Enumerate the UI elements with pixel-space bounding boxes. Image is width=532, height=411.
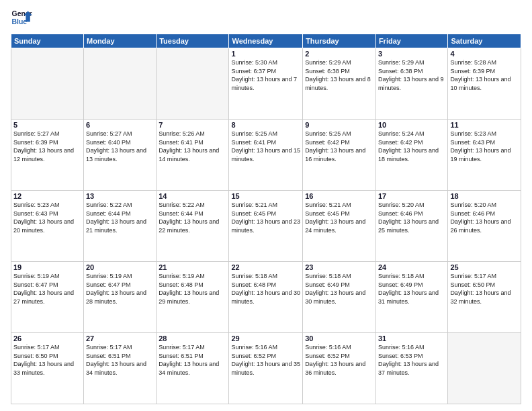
calendar-cell: 13Sunrise: 5:22 AMSunset: 6:44 PMDayligh… <box>84 191 157 262</box>
day-info: Sunrise: 5:17 AMSunset: 6:50 PMDaylight:… <box>13 343 81 377</box>
calendar-cell: 1Sunrise: 5:30 AMSunset: 6:37 PMDaylight… <box>229 48 303 120</box>
calendar-cell: 7Sunrise: 5:26 AMSunset: 6:41 PMDaylight… <box>157 120 229 191</box>
calendar: SundayMondayTuesdayWednesdayThursdayFrid… <box>11 34 521 404</box>
day-number: 16 <box>305 192 373 200</box>
day-info: Sunrise: 5:27 AMSunset: 6:39 PMDaylight:… <box>13 130 81 163</box>
weekday-header-tuesday: Tuesday <box>157 34 229 48</box>
day-info: Sunrise: 5:24 AMSunset: 6:42 PMDaylight:… <box>378 130 445 163</box>
calendar-cell: 25Sunrise: 5:17 AMSunset: 6:50 PMDayligh… <box>448 262 521 333</box>
day-info: Sunrise: 5:22 AMSunset: 6:44 PMDaylight:… <box>159 201 226 234</box>
calendar-cell <box>84 48 157 120</box>
day-number: 31 <box>378 334 445 342</box>
day-number: 1 <box>231 50 300 58</box>
day-number: 19 <box>13 263 81 271</box>
calendar-cell: 30Sunrise: 5:16 AMSunset: 6:52 PMDayligh… <box>303 333 376 404</box>
day-info: Sunrise: 5:19 AMSunset: 6:47 PMDaylight:… <box>86 272 154 306</box>
day-number: 2 <box>305 50 373 58</box>
day-number: 5 <box>13 121 81 129</box>
svg-text:Blue: Blue <box>12 18 28 26</box>
calendar-cell: 15Sunrise: 5:21 AMSunset: 6:45 PMDayligh… <box>229 191 303 262</box>
day-number: 15 <box>231 192 300 200</box>
calendar-body: 1Sunrise: 5:30 AMSunset: 6:37 PMDaylight… <box>11 48 521 404</box>
day-info: Sunrise: 5:17 AMSunset: 6:50 PMDaylight:… <box>450 272 519 306</box>
day-info: Sunrise: 5:29 AMSunset: 6:38 PMDaylight:… <box>378 58 445 92</box>
page: General Blue SundayMondayTuesdayWednesda… <box>0 0 532 411</box>
day-number: 17 <box>378 192 445 200</box>
calendar-cell <box>448 333 521 404</box>
day-info: Sunrise: 5:20 AMSunset: 6:46 PMDaylight:… <box>450 201 519 234</box>
day-info: Sunrise: 5:30 AMSunset: 6:37 PMDaylight:… <box>231 58 300 92</box>
day-number: 26 <box>13 334 81 342</box>
day-info: Sunrise: 5:27 AMSunset: 6:40 PMDaylight:… <box>86 130 154 163</box>
calendar-cell: 24Sunrise: 5:18 AMSunset: 6:49 PMDayligh… <box>375 262 447 333</box>
weekday-header-sunday: Sunday <box>11 34 84 48</box>
calendar-cell: 2Sunrise: 5:29 AMSunset: 6:38 PMDaylight… <box>303 48 376 120</box>
calendar-cell: 21Sunrise: 5:19 AMSunset: 6:48 PMDayligh… <box>157 262 229 333</box>
calendar-cell: 18Sunrise: 5:20 AMSunset: 6:46 PMDayligh… <box>448 191 521 262</box>
day-info: Sunrise: 5:18 AMSunset: 6:48 PMDaylight:… <box>231 272 300 306</box>
week-row-3: 19Sunrise: 5:19 AMSunset: 6:47 PMDayligh… <box>11 262 521 333</box>
calendar-cell: 26Sunrise: 5:17 AMSunset: 6:50 PMDayligh… <box>11 333 84 404</box>
day-number: 18 <box>450 192 519 200</box>
day-number: 10 <box>378 121 445 129</box>
calendar-cell: 28Sunrise: 5:17 AMSunset: 6:51 PMDayligh… <box>157 333 229 404</box>
calendar-cell: 29Sunrise: 5:16 AMSunset: 6:52 PMDayligh… <box>229 333 303 404</box>
calendar-cell: 8Sunrise: 5:25 AMSunset: 6:41 PMDaylight… <box>229 120 303 191</box>
calendar-cell: 11Sunrise: 5:23 AMSunset: 6:43 PMDayligh… <box>448 120 521 191</box>
day-info: Sunrise: 5:20 AMSunset: 6:46 PMDaylight:… <box>378 201 445 234</box>
weekday-header-friday: Friday <box>375 34 447 48</box>
day-info: Sunrise: 5:18 AMSunset: 6:49 PMDaylight:… <box>305 272 373 306</box>
day-info: Sunrise: 5:17 AMSunset: 6:51 PMDaylight:… <box>159 343 226 377</box>
calendar-cell: 27Sunrise: 5:17 AMSunset: 6:51 PMDayligh… <box>84 333 157 404</box>
day-number: 7 <box>159 121 226 129</box>
day-number: 21 <box>159 263 226 271</box>
day-number: 24 <box>378 263 445 271</box>
day-info: Sunrise: 5:29 AMSunset: 6:38 PMDaylight:… <box>305 58 373 92</box>
day-number: 13 <box>86 192 154 200</box>
calendar-cell: 19Sunrise: 5:19 AMSunset: 6:47 PMDayligh… <box>11 262 84 333</box>
calendar-cell: 5Sunrise: 5:27 AMSunset: 6:39 PMDaylight… <box>11 120 84 191</box>
weekday-header-row: SundayMondayTuesdayWednesdayThursdayFrid… <box>11 34 521 48</box>
day-number: 14 <box>159 192 226 200</box>
logo: General Blue <box>11 7 32 28</box>
weekday-header-saturday: Saturday <box>448 34 521 48</box>
day-number: 20 <box>86 263 154 271</box>
week-row-1: 5Sunrise: 5:27 AMSunset: 6:39 PMDaylight… <box>11 120 521 191</box>
day-number: 8 <box>231 121 300 129</box>
calendar-cell: 10Sunrise: 5:24 AMSunset: 6:42 PMDayligh… <box>375 120 447 191</box>
calendar-cell: 23Sunrise: 5:18 AMSunset: 6:49 PMDayligh… <box>303 262 376 333</box>
day-info: Sunrise: 5:17 AMSunset: 6:51 PMDaylight:… <box>86 343 154 377</box>
day-number: 23 <box>305 263 373 271</box>
calendar-cell: 4Sunrise: 5:28 AMSunset: 6:39 PMDaylight… <box>448 48 521 120</box>
day-number: 27 <box>86 334 154 342</box>
day-info: Sunrise: 5:21 AMSunset: 6:45 PMDaylight:… <box>231 201 300 234</box>
calendar-cell: 6Sunrise: 5:27 AMSunset: 6:40 PMDaylight… <box>84 120 157 191</box>
calendar-cell: 20Sunrise: 5:19 AMSunset: 6:47 PMDayligh… <box>84 262 157 333</box>
day-info: Sunrise: 5:22 AMSunset: 6:44 PMDaylight:… <box>86 201 154 234</box>
day-number: 6 <box>86 121 154 129</box>
day-number: 9 <box>305 121 373 129</box>
header: General Blue <box>11 7 521 28</box>
day-info: Sunrise: 5:28 AMSunset: 6:39 PMDaylight:… <box>450 58 519 92</box>
week-row-0: 1Sunrise: 5:30 AMSunset: 6:37 PMDaylight… <box>11 48 521 120</box>
day-number: 11 <box>450 121 519 129</box>
day-number: 28 <box>159 334 226 342</box>
day-info: Sunrise: 5:19 AMSunset: 6:48 PMDaylight:… <box>159 272 226 306</box>
day-number: 4 <box>450 50 519 58</box>
day-number: 25 <box>450 263 519 271</box>
week-row-2: 12Sunrise: 5:23 AMSunset: 6:43 PMDayligh… <box>11 191 521 262</box>
weekday-header-wednesday: Wednesday <box>229 34 303 48</box>
day-info: Sunrise: 5:18 AMSunset: 6:49 PMDaylight:… <box>378 272 445 306</box>
calendar-cell: 14Sunrise: 5:22 AMSunset: 6:44 PMDayligh… <box>157 191 229 262</box>
calendar-cell: 16Sunrise: 5:21 AMSunset: 6:45 PMDayligh… <box>303 191 376 262</box>
day-info: Sunrise: 5:23 AMSunset: 6:43 PMDaylight:… <box>13 201 81 234</box>
day-info: Sunrise: 5:21 AMSunset: 6:45 PMDaylight:… <box>305 201 373 234</box>
day-info: Sunrise: 5:25 AMSunset: 6:42 PMDaylight:… <box>305 130 373 163</box>
day-number: 3 <box>378 50 445 58</box>
calendar-cell: 17Sunrise: 5:20 AMSunset: 6:46 PMDayligh… <box>375 191 447 262</box>
weekday-header-thursday: Thursday <box>303 34 376 48</box>
calendar-cell: 31Sunrise: 5:16 AMSunset: 6:53 PMDayligh… <box>375 333 447 404</box>
day-number: 12 <box>13 192 81 200</box>
calendar-cell: 9Sunrise: 5:25 AMSunset: 6:42 PMDaylight… <box>303 120 376 191</box>
calendar-cell <box>157 48 229 120</box>
